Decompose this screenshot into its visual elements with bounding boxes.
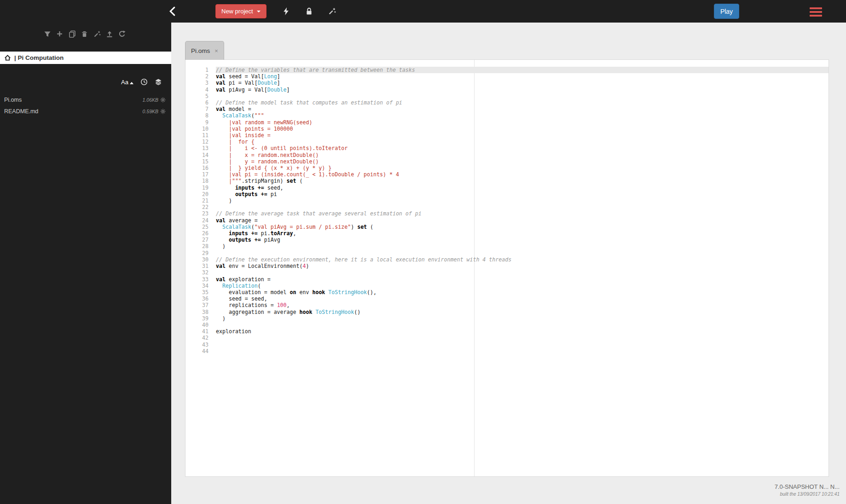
code-line[interactable]: | x = random.nextDouble() xyxy=(216,152,829,158)
code-token: Long xyxy=(264,73,277,80)
code-token: ] xyxy=(277,73,280,80)
code-line[interactable]: |val inside = xyxy=(216,132,829,139)
trash-icon[interactable] xyxy=(81,30,88,38)
sort-alpha-label: Aa xyxy=(121,79,128,86)
code-line[interactable]: | for { xyxy=(216,139,829,145)
code-line[interactable]: ScalaTask("val piAvg = pi.sum / pi.size"… xyxy=(216,224,829,230)
code-line[interactable]: |val points = 100000 xyxy=(216,126,829,132)
editor-panel: 1234567891011121314151617181920212223242… xyxy=(185,59,829,477)
file-settings-gear-icon[interactable] xyxy=(160,109,166,114)
topbar: New project Play xyxy=(0,0,846,23)
code-line[interactable]: ) xyxy=(216,243,829,249)
code-line[interactable]: // Define the variables that are transmi… xyxy=(216,67,829,73)
code-token: outputs += xyxy=(229,237,261,243)
line-number: 17 xyxy=(185,171,209,178)
code-line[interactable]: val pi = Val[Double] xyxy=(216,80,829,86)
code-token: ) xyxy=(216,315,226,322)
code-line[interactable]: | } yield { (x * x) + (y * y) } xyxy=(216,165,829,171)
code-line[interactable] xyxy=(216,322,829,328)
code-line[interactable]: val model = xyxy=(216,106,829,112)
code-token xyxy=(216,185,235,191)
code-line[interactable]: exploration xyxy=(216,328,829,335)
code-line[interactable]: val piAvg = Val[Double] xyxy=(216,87,829,93)
sort-size-icon[interactable] xyxy=(155,78,162,86)
file-row-readme-md[interactable]: README.md 0.59KB xyxy=(0,105,171,117)
code-line[interactable]: ScalaTask(""" xyxy=(216,112,829,119)
code-line[interactable]: inputs += pi.toArray, xyxy=(216,230,829,237)
code-line[interactable]: // Define the execution environment, her… xyxy=(216,256,829,263)
code-token: ToStringHook xyxy=(328,289,367,295)
sort-alpha-button[interactable]: Aa xyxy=(121,79,133,86)
code-line[interactable]: outputs += pi xyxy=(216,191,829,197)
code-token: val xyxy=(216,276,226,283)
code-line[interactable]: |val random = newRNG(seed) xyxy=(216,119,829,126)
code-token: seed = seed, xyxy=(216,295,267,302)
line-number: 5 xyxy=(185,93,209,99)
code-line[interactable] xyxy=(216,204,829,210)
code-token: ( xyxy=(367,224,373,230)
code-line[interactable]: |val pi = (inside.count(_ < 1).toDouble … xyxy=(216,171,829,178)
code-line[interactable]: val exploration = xyxy=(216,276,829,283)
code-line[interactable]: evaluation = model on env hook ToStringH… xyxy=(216,289,829,295)
code-token: val xyxy=(216,87,226,93)
tab-close-icon[interactable]: × xyxy=(214,47,218,54)
code-line[interactable]: // Define the average task that average … xyxy=(216,210,829,217)
code-line[interactable]: val seed = Val[Long] xyxy=(216,73,829,80)
sort-time-icon[interactable] xyxy=(140,78,148,86)
code-line[interactable] xyxy=(216,93,829,99)
file-settings-gear-icon[interactable] xyxy=(160,97,166,103)
code-token xyxy=(216,237,229,243)
line-number: 21 xyxy=(185,197,209,204)
wand-icon[interactable] xyxy=(93,30,101,38)
code-line[interactable]: seed = seed, xyxy=(216,295,829,302)
line-number: 15 xyxy=(185,158,209,165)
code-line[interactable]: aggregation = average hook ToStringHook(… xyxy=(216,309,829,315)
file-row-pi-oms[interactable]: Pi.oms 1.06KB xyxy=(0,94,171,105)
code-line[interactable]: replications = 100, xyxy=(216,302,829,308)
lightning-icon[interactable] xyxy=(283,7,290,15)
code-line[interactable]: ) xyxy=(216,315,829,322)
code-lines[interactable]: // Define the variables that are transmi… xyxy=(216,67,829,476)
code-editor[interactable]: 1234567891011121314151617181920212223242… xyxy=(185,60,829,476)
code-token: average = xyxy=(226,217,258,224)
code-line[interactable]: val average = xyxy=(216,217,829,224)
line-number: 29 xyxy=(185,250,209,256)
home-icon[interactable] xyxy=(4,54,11,61)
code-token: (), xyxy=(367,289,377,295)
line-number: 19 xyxy=(185,185,209,191)
add-icon[interactable] xyxy=(56,30,64,38)
code-token: .stripMargin) xyxy=(242,178,287,184)
code-line[interactable]: val env = LocalEnvironment(4) xyxy=(216,263,829,269)
code-line[interactable]: | i <- (0 until points).toIterator xyxy=(216,145,829,151)
code-line[interactable] xyxy=(216,348,829,354)
play-button[interactable]: Play xyxy=(714,4,739,19)
code-line[interactable]: | y = random.nextDouble() xyxy=(216,158,829,165)
code-line[interactable]: ) xyxy=(216,197,829,204)
line-number: 34 xyxy=(185,283,209,289)
code-token: pi xyxy=(267,191,277,197)
code-token: "val piAvg = pi.sum / pi.size" xyxy=(255,224,351,230)
tab-pi-oms[interactable]: Pi.oms × xyxy=(185,41,224,60)
magic-wand-icon[interactable] xyxy=(328,7,336,15)
code-line[interactable] xyxy=(216,269,829,276)
code-line[interactable] xyxy=(216,342,829,348)
copy-icon[interactable] xyxy=(68,30,76,38)
filter-icon[interactable] xyxy=(43,30,51,38)
code-token: toArray xyxy=(271,230,293,237)
line-number: 33 xyxy=(185,276,209,283)
code-line[interactable] xyxy=(216,335,829,341)
code-line[interactable]: |""".stripMargin) set ( xyxy=(216,178,829,184)
code-line[interactable]: inputs += seed, xyxy=(216,185,829,191)
upload-icon[interactable] xyxy=(105,30,113,38)
code-line[interactable] xyxy=(216,250,829,256)
back-chevron-icon[interactable] xyxy=(168,6,177,16)
hamburger-menu-icon[interactable] xyxy=(810,7,822,17)
code-line[interactable]: // Define the model task that computes a… xyxy=(216,99,829,106)
code-token: ScalaTask xyxy=(222,112,251,119)
code-token: ] xyxy=(287,87,290,93)
new-project-button[interactable]: New project xyxy=(215,4,267,18)
code-line[interactable]: Replication( xyxy=(216,283,829,289)
code-line[interactable]: outputs += piAvg xyxy=(216,237,829,243)
refresh-icon[interactable] xyxy=(118,30,126,38)
lock-icon[interactable] xyxy=(305,7,313,15)
